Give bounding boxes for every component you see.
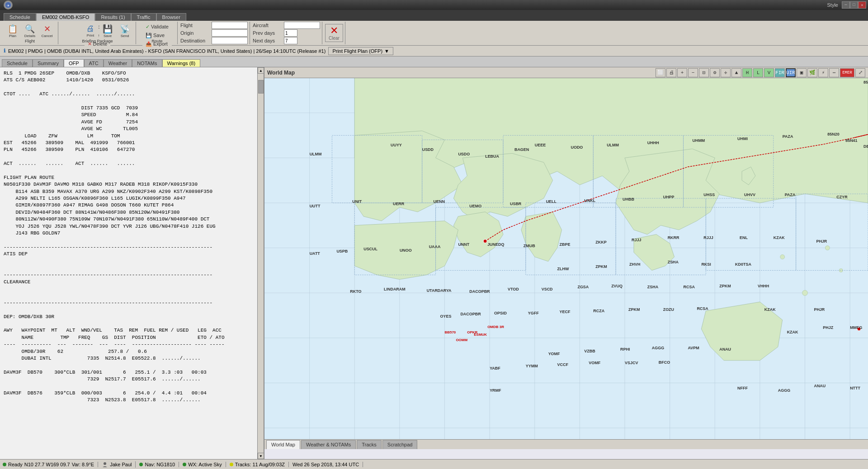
svg-text:VSJCV: VSJCV (625, 361, 638, 365)
map-uir-button[interactable]: UIR (786, 68, 796, 77)
vertical-scrollbar[interactable]: ▲ ▼ (257, 67, 264, 459)
nav-tab-results[interactable]: Results (1) (95, 13, 131, 21)
nav-tab-schedule[interactable]: Schedule (4, 13, 36, 21)
svg-text:UODO: UODO (571, 145, 583, 150)
map-terrain-button[interactable]: 🌿 (807, 68, 817, 77)
svg-text:DEVID: DEVID (863, 144, 868, 149)
map-layer-toggle-button[interactable]: ⬜ (656, 68, 665, 77)
tab-ofp[interactable]: OFP (64, 59, 84, 67)
info-bar: ℹ EM002 | PMDG | OMDB (DUBAI INTL, Unite… (0, 46, 868, 56)
scroll-down-arrow[interactable]: ▼ (258, 453, 264, 459)
map-tab-scratchpad[interactable]: Scratchpad (382, 440, 418, 449)
map-title: World Map (267, 70, 295, 76)
map-container[interactable]: ULMM UUYY USDD USDO LEBUA BAGEN UEEE UOD… (264, 78, 868, 449)
tab-schedule[interactable]: Schedule (2, 59, 33, 67)
tab-notams[interactable]: NOTAMs (132, 59, 162, 67)
svg-text:RKSI: RKSI (701, 262, 711, 267)
next-days-input[interactable] (284, 37, 297, 44)
nav-text: Nav: NG1810 (145, 462, 175, 467)
info-icon: ℹ (4, 48, 5, 54)
tab-warnings[interactable]: Warnings (8) (162, 59, 201, 67)
svg-text:USDD: USDD (422, 147, 434, 152)
scroll-thumb[interactable] (258, 80, 264, 94)
map-settings-button[interactable]: ⚙ (710, 68, 720, 77)
svg-text:ESMUK: ESMUK (474, 333, 487, 337)
print-flight-plan-button[interactable]: Print Flight Plan (OFP) ▼ (328, 47, 393, 55)
svg-text:85N41: 85N41 (845, 139, 857, 143)
prev-days-input[interactable] (284, 29, 297, 37)
map-fir-button[interactable]: FIR (775, 68, 785, 77)
ready-status: Ready N10 27.7 W169 09.7 Var: 8.9°E (3, 462, 98, 467)
map-overlay-button[interactable]: ▣ (797, 68, 807, 77)
tab-weather[interactable]: Weather (104, 59, 132, 67)
map-tab-weather[interactable]: Weather & NOTAMs (301, 440, 356, 449)
close-button[interactable]: ✕ (858, 1, 866, 9)
save-button[interactable]: 💾 Save (99, 23, 116, 39)
nav-tab-traffic[interactable]: Traffic (131, 13, 156, 21)
datetime-status: Wed 26 Sep 2018, 13:44 UTC (292, 462, 363, 467)
nav-tab-browser[interactable]: Browser (156, 13, 186, 21)
details-button[interactable]: 🔍 Details (22, 23, 38, 39)
wx-dot (183, 463, 186, 466)
map-toolbar: ⬜ 🖨 + − ⊡ ⚙ ✛ ▲ H L V FIR UIR ▣ 🌿 ⚡ ⋯ EM… (656, 68, 865, 77)
map-print-button[interactable]: 🖨 (666, 68, 676, 77)
svg-text:UENN: UENN (434, 199, 445, 204)
map-tab-world[interactable]: World Map (266, 440, 300, 449)
plan-button[interactable]: 📋 Plan (5, 23, 21, 39)
svg-text:UTARDARYA: UTARDARYA (427, 288, 452, 293)
print-button[interactable]: 🖨 Print (82, 23, 99, 39)
aircraft-input[interactable] (284, 22, 320, 29)
map-low-button[interactable]: L (753, 68, 763, 77)
tracks-dot (230, 463, 233, 466)
svg-text:MMFG: MMFG (850, 325, 862, 330)
map-fit-button[interactable]: ⊡ (699, 68, 709, 77)
svg-text:UNKL: UNKL (584, 198, 595, 203)
nav-status: Nav: NG1810 (139, 462, 179, 467)
send-button[interactable]: 📡 Send (117, 23, 133, 39)
main-nav: Schedule EM002 OMDB-KSFO Results (1) Tra… (0, 10, 868, 21)
svg-text:USPB: USPB (336, 249, 348, 253)
destination-input[interactable] (212, 37, 248, 44)
wx-status: WX: Active Sky (183, 462, 226, 467)
aircraft-label: Aircraft (253, 23, 282, 28)
route-save-button[interactable]: 💾 Save (142, 31, 172, 39)
svg-text:RJJJ: RJJJ (703, 235, 713, 240)
svg-text:DACOPBR: DACOPBR (469, 289, 490, 294)
svg-text:UUTT: UUTT (310, 204, 321, 208)
tab-summary[interactable]: Summary (33, 59, 64, 67)
svg-text:VSCD: VSCD (542, 287, 553, 291)
tab-atc[interactable]: ATC (84, 59, 104, 67)
map-north-button[interactable]: ▲ (731, 68, 741, 77)
map-expand-button[interactable]: ⤢ (855, 68, 865, 77)
minimize-button[interactable]: — (842, 1, 850, 9)
map-high-button[interactable]: H (742, 68, 752, 77)
map-more-button[interactable]: ⋯ (829, 68, 839, 77)
nav-tab-em002[interactable]: EM002 OMDB-KSFO (36, 13, 95, 21)
flight-input[interactable] (212, 22, 248, 29)
svg-text:USCUL: USCUL (363, 247, 377, 251)
aircraft-section: Aircraft Prev days Next days Aircraft (251, 22, 322, 44)
map-wx-button[interactable]: ⚡ (818, 68, 828, 77)
svg-text:UHHH: UHHH (647, 141, 659, 145)
map-tab-tracks[interactable]: Tracks (357, 440, 382, 449)
svg-text:YYMM: YYMM (526, 364, 538, 368)
map-zoom-out-button[interactable]: − (688, 68, 698, 77)
map-vct-button[interactable]: V (764, 68, 774, 77)
svg-text:ZPKM: ZPKM (595, 264, 607, 269)
svg-point-27 (780, 255, 785, 259)
left-panel: RLS 1 PMDG 26SEP OMDB/DXB KSFO/SFO ATS C… (0, 67, 264, 459)
scroll-up-arrow[interactable]: ▲ (258, 67, 264, 74)
svg-text:ZHVH: ZHVH (629, 262, 640, 267)
map-emer-button[interactable]: EMER (840, 68, 854, 77)
maximize-button[interactable]: □ (850, 1, 858, 9)
map-cursor-button[interactable]: ✛ (721, 68, 731, 77)
clear-button[interactable]: ✕ Clear (325, 24, 343, 42)
destination-label: Destination (180, 38, 210, 43)
map-zoom-in-button[interactable]: + (677, 68, 687, 77)
validate-button[interactable]: ✓ Validate (142, 23, 172, 31)
svg-text:ZBPE: ZBPE (560, 242, 571, 247)
cancel-button[interactable]: ✕ Cancel (39, 23, 55, 39)
nav-dot (139, 463, 143, 466)
origin-input[interactable] (212, 29, 248, 37)
svg-text:LINDARAM: LINDARAM (384, 287, 406, 291)
